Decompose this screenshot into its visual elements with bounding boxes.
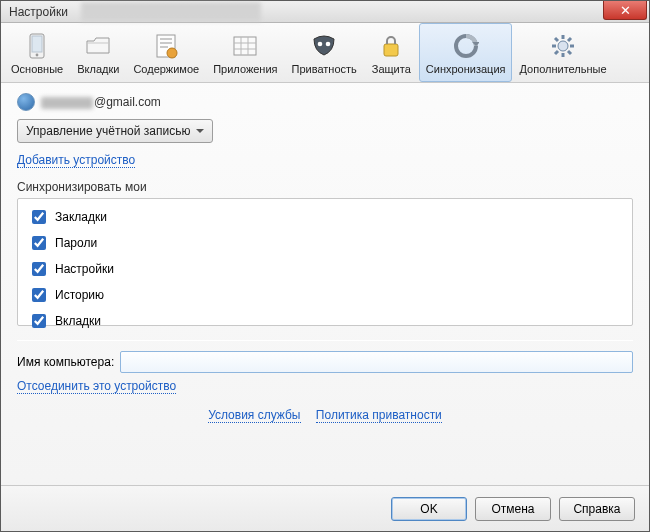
- sync-checkbox[interactable]: [32, 236, 46, 250]
- tab-label: Основные: [11, 63, 63, 75]
- sync-items-box: Закладки Пароли Настройки Историю Вкладк…: [17, 198, 633, 326]
- settings-window: Настройки ✕ Основные Вкладки Содержимое: [0, 0, 650, 532]
- svg-point-13: [318, 42, 323, 47]
- svg-line-26: [568, 38, 571, 41]
- phone-icon: [23, 32, 51, 60]
- svg-rect-4: [160, 38, 172, 40]
- svg-rect-8: [234, 37, 256, 55]
- computer-name-label: Имя компьютера:: [17, 355, 114, 369]
- tab-security[interactable]: Защита: [364, 23, 419, 82]
- window-close-button[interactable]: ✕: [603, 1, 647, 20]
- account-row: @gmail.com: [17, 93, 633, 111]
- sync-item-bookmarks[interactable]: Закладки: [28, 207, 622, 227]
- document-icon: [152, 32, 180, 60]
- add-device-link[interactable]: Добавить устройство: [17, 153, 135, 168]
- svg-line-25: [555, 51, 558, 54]
- sync-item-tabs[interactable]: Вкладки: [28, 311, 622, 331]
- sync-panel: @gmail.com Управление учётной записью До…: [1, 83, 649, 485]
- tab-tabs[interactable]: Вкладки: [70, 23, 126, 82]
- category-toolbar: Основные Вкладки Содержимое Приложения П…: [1, 23, 649, 83]
- chevron-down-icon: [196, 129, 204, 133]
- tab-label: Синхронизация: [426, 63, 506, 75]
- avatar: [17, 93, 35, 111]
- sync-section-label: Синхронизировать мои: [17, 180, 633, 194]
- tab-label: Вкладки: [77, 63, 119, 75]
- window-title: Настройки: [9, 5, 68, 19]
- tab-sync[interactable]: Синхронизация: [419, 23, 513, 82]
- tos-link[interactable]: Условия службы: [208, 408, 300, 423]
- svg-point-14: [326, 42, 331, 47]
- titlebar-smudge: [81, 2, 261, 22]
- lock-icon: [377, 32, 405, 60]
- svg-rect-1: [32, 36, 42, 52]
- sync-item-label: Настройки: [55, 262, 114, 276]
- tab-general[interactable]: Основные: [4, 23, 70, 82]
- unlink-device-link[interactable]: Отсоединить это устройство: [17, 379, 176, 394]
- sync-icon: [452, 32, 480, 60]
- help-button[interactable]: Справка: [559, 497, 635, 521]
- sync-item-label: Вкладки: [55, 314, 101, 328]
- tab-label: Приватность: [292, 63, 357, 75]
- tab-content[interactable]: Содержимое: [126, 23, 206, 82]
- cancel-label: Отмена: [491, 502, 534, 516]
- tab-advanced[interactable]: Дополнительные: [512, 23, 613, 82]
- tab-label: Дополнительные: [519, 63, 606, 75]
- privacy-link[interactable]: Политика приватности: [316, 408, 442, 423]
- sync-item-history[interactable]: Историю: [28, 285, 622, 305]
- svg-rect-15: [384, 44, 398, 56]
- manage-account-label: Управление учётной записью: [26, 124, 190, 138]
- svg-rect-5: [160, 42, 172, 44]
- folder-icon: [84, 32, 112, 60]
- tab-label: Защита: [372, 63, 411, 75]
- svg-point-18: [558, 41, 568, 51]
- sync-checkbox[interactable]: [32, 288, 46, 302]
- ok-label: OK: [420, 502, 437, 516]
- grid-icon: [231, 32, 259, 60]
- tab-privacy[interactable]: Приватность: [285, 23, 364, 82]
- dialog-footer: OK Отмена Справка: [1, 485, 649, 531]
- sync-checkbox[interactable]: [32, 262, 46, 276]
- sync-item-label: Пароли: [55, 236, 97, 250]
- account-email: @gmail.com: [41, 95, 161, 109]
- svg-point-2: [36, 54, 39, 57]
- tab-label: Содержимое: [133, 63, 199, 75]
- sync-item-label: Закладки: [55, 210, 107, 224]
- mask-icon: [310, 32, 338, 60]
- sync-item-passwords[interactable]: Пароли: [28, 233, 622, 253]
- close-icon: ✕: [620, 4, 631, 17]
- computer-name-row: Имя компьютера:: [17, 351, 633, 373]
- svg-rect-6: [160, 46, 168, 48]
- manage-account-button[interactable]: Управление учётной записью: [17, 119, 213, 143]
- sync-checkbox[interactable]: [32, 210, 46, 224]
- computer-name-input[interactable]: [120, 351, 633, 373]
- tab-label: Приложения: [213, 63, 277, 75]
- tab-apps[interactable]: Приложения: [206, 23, 284, 82]
- sync-checkbox[interactable]: [32, 314, 46, 328]
- divider: [17, 340, 633, 341]
- account-email-domain: @gmail.com: [94, 95, 161, 109]
- sync-item-label: Историю: [55, 288, 104, 302]
- titlebar[interactable]: Настройки ✕: [1, 1, 649, 23]
- help-label: Справка: [573, 502, 620, 516]
- ok-button[interactable]: OK: [391, 497, 467, 521]
- svg-point-7: [167, 48, 177, 58]
- sync-item-settings[interactable]: Настройки: [28, 259, 622, 279]
- gear-icon: [549, 32, 577, 60]
- legal-links: Условия службы Политика приватности: [17, 408, 633, 422]
- svg-line-24: [568, 51, 571, 54]
- cancel-button[interactable]: Отмена: [475, 497, 551, 521]
- svg-line-23: [555, 38, 558, 41]
- account-name-redacted: [41, 97, 93, 109]
